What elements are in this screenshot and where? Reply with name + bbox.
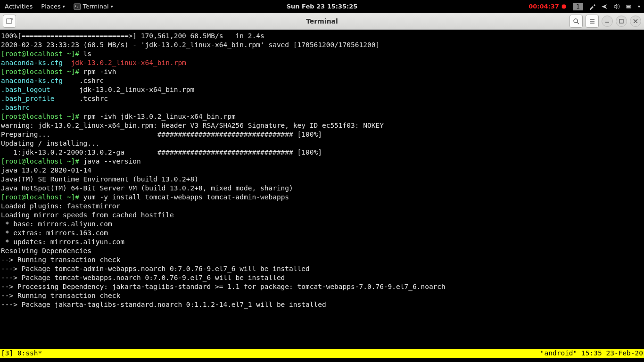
svg-rect-4 (7, 19, 11, 24)
terminal-line: Updating / installing... (1, 139, 643, 148)
terminal-line: [root@localhost ~]# rpm -ivh (1, 67, 643, 76)
terminal-line: [root@localhost ~]# rpm -ivh jdk-13.0.2_… (1, 112, 643, 121)
record-icon: ⏺ (561, 3, 567, 10)
places-label: Places (41, 3, 60, 10)
window-titlebar: Terminal (0, 13, 644, 30)
minimize-button[interactable] (602, 16, 613, 27)
tmux-statusbar: [3] 0:ssh* "android" 15:35 23-Feb-20 (0, 349, 644, 358)
terminal-line: --> Running transaction check (1, 255, 643, 264)
gnome-topbar: Activities Places ▾ Terminal ▾ Sun Feb 2… (0, 0, 644, 13)
search-button[interactable] (570, 15, 583, 28)
terminal-line: 2020-02-23 23:33:23 (68.5 MB/s) - 'jdk-1… (1, 41, 643, 49)
workspace-indicator[interactable]: 1 (573, 3, 583, 10)
terminal-line: ---> Package jakarta-taglibs-standard.no… (1, 300, 643, 309)
maximize-button[interactable] (616, 16, 627, 27)
terminal-line: 100%[==========================>] 170,56… (1, 32, 643, 41)
terminal-line: .bashrc (1, 103, 643, 112)
terminal-line: Resolving Dependencies (1, 247, 643, 255)
terminal-line: * base: mirrors.aliyun.com (1, 220, 643, 229)
terminal-line: --> Running transaction check (1, 291, 643, 300)
terminal-line: warning: jdk-13.0.2_linux-x64_bin.rpm: H… (1, 121, 643, 130)
battery-icon[interactable] (626, 3, 632, 10)
volume-icon[interactable] (613, 3, 620, 10)
terminal-line: [root@localhost ~]# yum -y install tomca… (1, 193, 643, 202)
svg-rect-3 (627, 6, 630, 8)
chevron-down-icon[interactable]: ▾ (638, 4, 640, 9)
terminal-line: Java HotSpot(TM) 64-Bit Server VM (build… (1, 184, 643, 193)
terminal-viewport[interactable]: 100%[==========================>] 170,56… (0, 30, 644, 362)
terminal-line: ---> Package tomcat-webapps.noarch 0:7.0… (1, 273, 643, 282)
statusbar-left: [3] 0:ssh* (1, 349, 42, 358)
svg-rect-0 (74, 4, 81, 9)
terminal-line: ---> Package tomcat-admin-webapps.noarch… (1, 264, 643, 273)
terminal-line: * updates: mirrors.aliyun.com (1, 238, 643, 247)
chevron-down-icon: ▾ (63, 4, 65, 9)
chevron-down-icon: ▾ (111, 4, 113, 9)
terminal-line: Java(TM) SE Runtime Environment (build 1… (1, 175, 643, 184)
svg-point-5 (574, 19, 578, 23)
places-menu[interactable]: Places ▾ (41, 3, 65, 10)
terminal-line: Preparing... ###########################… (1, 130, 643, 139)
activities-button[interactable]: Activities (5, 3, 33, 10)
app-menu-label: Terminal (83, 3, 109, 10)
terminal-line: anaconda-ks.cfg .cshrc (1, 76, 643, 85)
terminal-line: [root@localhost ~]# java --version (1, 157, 643, 166)
terminal-icon (74, 3, 81, 10)
terminal-line: Loaded plugins: fastestmirror (1, 202, 643, 211)
terminal-line: java 13.0.2 2020-01-14 (1, 166, 643, 175)
terminal-output: 100%[==========================>] 170,56… (1, 32, 643, 309)
svg-rect-6 (619, 19, 623, 23)
new-tab-button[interactable] (3, 15, 16, 28)
clock[interactable]: Sun Feb 23 15:35:25 (287, 3, 358, 10)
airplane-icon[interactable] (601, 3, 608, 10)
app-menu[interactable]: Terminal ▾ (74, 3, 113, 10)
statusbar-right: "android" 15:35 23-Feb-20 (540, 349, 643, 358)
close-button[interactable] (630, 16, 641, 27)
svg-rect-2 (631, 6, 631, 7)
colorpicker-icon[interactable] (589, 3, 595, 10)
terminal-line: .bash_profile .tcshrc (1, 94, 643, 103)
window-title: Terminal (306, 17, 338, 25)
recording-timer: 00:04:37 ⏺ (528, 3, 567, 10)
terminal-line: [root@localhost ~]# ls (1, 49, 643, 58)
hamburger-menu-button[interactable] (586, 15, 599, 28)
terminal-line: * extras: mirrors.163.com (1, 229, 643, 238)
terminal-line: Loading mirror speeds from cached hostfi… (1, 211, 643, 220)
terminal-line: .bash_logout jdk-13.0.2_linux-x64_bin.rp… (1, 85, 643, 94)
terminal-line: anaconda-ks.cfg jdk-13.0.2_linux-x64_bin… (1, 58, 643, 67)
terminal-line: 1:jdk-13.0.2-2000:13.0.2-ga ############… (1, 148, 643, 157)
terminal-line: --> Processing Dependency: jakarta-tagli… (1, 282, 643, 291)
